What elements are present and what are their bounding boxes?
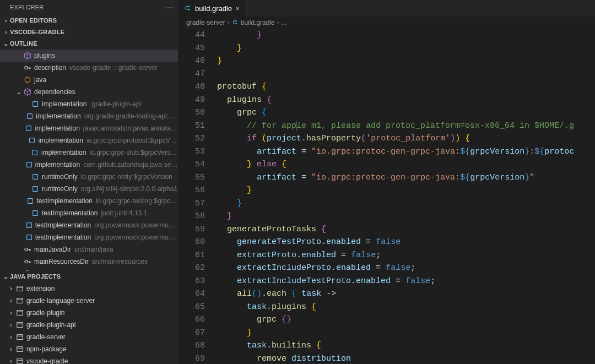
code-line[interactable]: extractProto.enabled = false; (217, 249, 595, 262)
java-project-item[interactable]: ›npm-package (0, 343, 178, 355)
code-line[interactable]: all().each { task -> (217, 287, 595, 301)
java-project-item[interactable]: ›gradle-plugin-api (0, 319, 178, 331)
breadcrumb-seg[interactable]: gradle-server (186, 19, 225, 26)
code-line[interactable]: extractIncludeProto.enabled = false; (217, 262, 595, 275)
section-open-editors[interactable]: › OPEN EDITORS (0, 14, 178, 26)
code-line[interactable]: artifact = "io.grpc:protoc-gen-grpc-java… (217, 171, 595, 184)
java-project-item[interactable]: ›gradle-language-server (0, 295, 178, 307)
code-line[interactable]: generateTestProto.enabled = false (217, 236, 595, 249)
field-icon (28, 136, 36, 145)
code-line[interactable]: } (217, 184, 595, 197)
outline-label: dependencies (34, 88, 75, 96)
code-editor[interactable]: 4445464748495051525354555657585960616263… (178, 29, 595, 364)
java-project-item[interactable]: ›extension (0, 282, 178, 295)
code-line[interactable]: } (217, 42, 595, 55)
outline-detail: src/main/java (74, 246, 113, 253)
code-line[interactable]: task.plugins { (217, 301, 595, 314)
line-number: 68 (178, 339, 205, 352)
breadcrumb-more[interactable]: ... (282, 19, 287, 26)
outline-item[interactable]: runtimeOnlyio.grpc:grpc-netty:$grpcVersi… (0, 171, 178, 183)
code-line[interactable]: generateProtoTasks { (217, 223, 595, 236)
section-label: VSCODE-GRADLE (10, 29, 64, 35)
code-line[interactable] (217, 68, 595, 81)
outline-label: java (34, 76, 46, 84)
outline-item[interactable]: implementationjavax.annotation:javax.ann… (0, 122, 178, 134)
line-number: 47 (178, 68, 205, 81)
line-number: 63 (178, 275, 205, 288)
outline-item[interactable]: implementation:gradle-plugin-api (0, 98, 178, 110)
line-number: 65 (178, 301, 205, 314)
tab-build-gradle[interactable]: build.gradle × (178, 0, 246, 17)
outline-item[interactable]: plugins (0, 50, 178, 62)
outline-item[interactable]: ⌄dependencies (0, 86, 178, 98)
code-line[interactable]: task.builtins { (217, 339, 595, 352)
outline-label: description (34, 64, 66, 72)
code-line[interactable]: } (217, 210, 595, 223)
breadcrumb[interactable]: gradle-server › build.gradle › ... (178, 17, 595, 29)
outline-detail: vscode-gradle :: gradle-server (69, 64, 157, 72)
svg-point-15 (25, 260, 28, 263)
code-line[interactable]: } (217, 29, 595, 42)
more-actions-icon[interactable]: ··· (165, 3, 174, 12)
outline-label: implementation (39, 137, 83, 144)
field-icon (31, 100, 40, 108)
outline-item[interactable]: testImplementationjunit:junit:4.13.1 (0, 207, 178, 219)
editor-pane: build.gradle × gradle-server › build.gra… (178, 0, 595, 364)
java-projects-tree: ›extension›gradle-language-server›gradle… (0, 282, 178, 364)
outline-item[interactable]: descriptionvscode-gradle :: gradle-serve… (0, 62, 178, 74)
breadcrumb-seg[interactable]: build.gradle (241, 19, 275, 26)
code-line[interactable]: grpc { (217, 106, 595, 119)
outline-item[interactable]: implementationcom.github.zafarkhaja:java… (0, 159, 178, 171)
java-project-item[interactable]: ›gradle-server (0, 331, 178, 343)
outline-label: mainResourcesDir (34, 258, 89, 265)
svg-rect-12 (26, 223, 31, 228)
code-line[interactable]: if (project.hasProperty('protoc_platform… (217, 132, 595, 145)
outline-item[interactable]: testImplementationio.grpc:grpc-testing:$… (0, 195, 178, 207)
code-line[interactable]: remove distribution (217, 352, 595, 365)
chevron-icon: ⌄ (14, 88, 23, 96)
outline-item[interactable]: runtimeOnlyorg.slf4j:slf4j-simple:2.0.0-… (0, 183, 178, 195)
explorer-sidebar: EXPLORER ··· › OPEN EDITORS › VSCODE-GRA… (0, 0, 178, 364)
outline-item[interactable]: mainJavaDirsrc/main/java (0, 243, 178, 256)
close-icon[interactable]: × (235, 4, 240, 13)
outline-label: mainJavaDir (34, 246, 71, 253)
code-line[interactable]: grpc {} (217, 313, 595, 327)
chevron-right-icon: › (7, 321, 15, 329)
code-line[interactable]: // for apple m1, please add protoc_platf… (217, 119, 595, 133)
chevron-right-icon: › (7, 333, 15, 341)
outline-detail: io.grpc:grpc-testing:$grpcVersion (96, 197, 178, 205)
java-project-item[interactable]: ›vscode-gradle (0, 355, 178, 364)
project-label: gradle-plugin (26, 309, 64, 317)
section-outline[interactable]: ⌄ OUTLINE (0, 38, 178, 50)
outline-tree: pluginsdescriptionvscode-gradle :: gradl… (0, 50, 178, 271)
field-icon (25, 124, 33, 133)
field-icon (25, 233, 33, 242)
svg-rect-18 (17, 311, 23, 316)
outline-item[interactable]: testImplementationorg.powermock:powermoc… (0, 219, 178, 231)
section-java-projects[interactable]: ⌄ JAVA PROJECTS (0, 271, 178, 282)
code-line[interactable]: } else { (217, 158, 595, 171)
section-vscode-gradle[interactable]: › VSCODE-GRADLE (0, 26, 178, 37)
chevron-down-icon: ⌄ (2, 273, 10, 280)
code-line[interactable]: protobuf { (217, 80, 595, 94)
code-line[interactable]: plugins { (217, 94, 595, 107)
project-icon (15, 320, 24, 329)
chevron-right-icon: › (277, 19, 279, 26)
svg-rect-8 (33, 175, 38, 180)
code-line[interactable]: extractIncludeTestProto.enabled = false; (217, 275, 595, 288)
code-line[interactable]: } (217, 197, 595, 210)
outline-item[interactable]: implementationio.grpc:grpc-stub:$grpcVer… (0, 146, 178, 159)
java-project-item[interactable]: ›gradle-plugin (0, 307, 178, 319)
outline-item[interactable]: java (0, 74, 178, 86)
outline-item[interactable]: testImplementationorg.powermock:powermoc… (0, 231, 178, 243)
outline-item[interactable]: implementationorg.gradle:gradle-tooling-… (0, 110, 178, 122)
svg-rect-17 (17, 298, 23, 303)
code-line[interactable]: } (217, 327, 595, 340)
code-content[interactable]: } }}protobuf { plugins { grpc { // for a… (217, 29, 595, 364)
field-icon (25, 160, 33, 169)
outline-item[interactable]: mainResourcesDirsrc/main/resources (0, 256, 178, 268)
outline-item[interactable]: implementationio.grpc:grpc-protobuf:$grp… (0, 134, 178, 146)
code-line[interactable]: } (217, 55, 595, 68)
code-line[interactable]: artifact = "io.grpc:protoc-gen-grpc-java… (217, 145, 595, 159)
outline-detail: io.grpc:grpc-netty:$grpcVersion (81, 173, 172, 181)
